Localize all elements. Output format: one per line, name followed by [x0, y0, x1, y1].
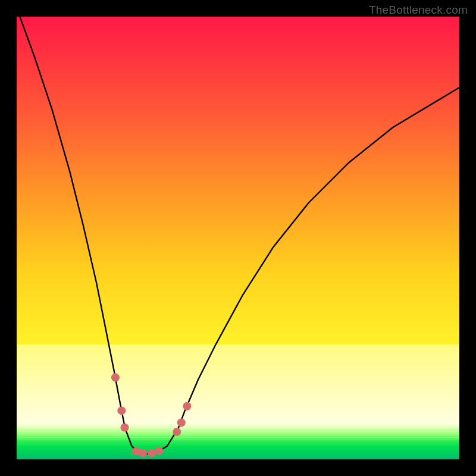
data-marker — [148, 449, 156, 458]
data-marker — [117, 406, 126, 415]
data-marker — [121, 423, 129, 431]
plot-area — [17, 17, 459, 459]
data-marker — [177, 418, 186, 427]
curve-layer — [17, 17, 459, 459]
watermark-label: TheBottleneck.com — [369, 4, 468, 17]
chart-frame: TheBottleneck.com — [0, 0, 476, 476]
data-marker — [111, 373, 120, 381]
data-marker — [155, 447, 164, 455]
data-marker — [139, 449, 147, 458]
data-marker — [183, 402, 191, 411]
bottleneck-curve — [17, 17, 459, 454]
data-marker — [173, 428, 181, 436]
